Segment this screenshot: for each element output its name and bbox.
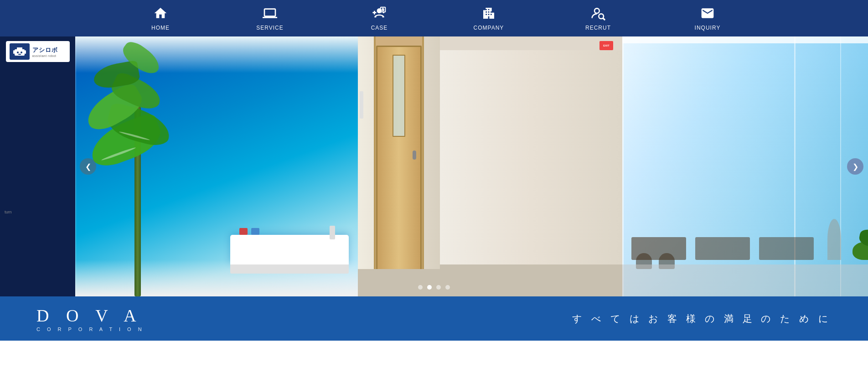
svg-line-6 [603,18,604,19]
nav-inquiry-label: INQUIRY [695,25,721,31]
svg-point-10 [21,52,22,53]
reception-desk [230,235,349,264]
footer-logo-corp: C O R P O R A T I O N [36,327,145,332]
dot-2[interactable] [427,285,432,290]
next-icon: ❯ [852,162,858,171]
nav-recrut[interactable]: RECRUT [543,0,653,36]
dot-3[interactable] [436,285,441,290]
slideshow-dots [418,285,450,290]
svg-point-4 [594,8,599,13]
building-icon [481,6,496,23]
next-arrow[interactable]: ❯ [847,158,863,175]
sidebar: アシロボ assistant robot turn [0,36,75,296]
laptop-icon [263,6,277,23]
svg-rect-12 [13,50,15,54]
slide-4 [622,36,868,296]
case-icon [372,6,387,23]
mail-icon [700,6,715,23]
sidebar-logo-sub: assistant robot [32,54,58,57]
home-icon [153,6,168,23]
sidebar-logo-text: アシロボ [32,46,58,54]
footer-tagline: す べ て は お 客 様 の 満 足 の た め に [572,312,832,325]
nav-service-label: SERVICE [256,25,283,31]
nav-home-label: HOME [151,25,170,31]
nav-case[interactable]: CASE [325,0,434,36]
prev-arrow[interactable]: ❮ [80,158,96,175]
nav-case-label: CASE [371,25,388,31]
footer-banner: D O V A C O R P O R A T I O N す べ て は お … [0,296,868,341]
svg-rect-13 [25,50,26,54]
sidebar-logo[interactable]: アシロボ assistant robot [6,41,70,62]
footer-logo: D O V A C O R P O R A T I O N [36,306,145,332]
footer-logo-name: D O V A [36,306,143,326]
nav-company[interactable]: COMPANY [434,0,543,36]
svg-rect-8 [17,47,22,50]
hero-section: アシロボ assistant robot turn [0,36,868,296]
slideshow: EXIT [75,36,868,296]
slide-3: EXIT [440,36,622,296]
slide-2 [358,36,440,296]
nav-inquiry[interactable]: INQUIRY [653,0,762,36]
dot-4[interactable] [445,285,450,290]
svg-rect-11 [18,54,21,55]
svg-point-9 [17,52,19,53]
sidebar-menu-item[interactable]: turn [5,208,71,216]
nav-company-label: COMPANY [474,25,504,31]
dot-1[interactable] [418,285,423,290]
nav-service[interactable]: SERVICE [215,0,325,36]
main-nav: HOME SERVICE CASE [0,0,868,36]
nav-recrut-label: RECRUT [585,25,611,31]
nav-home[interactable]: HOME [106,0,215,36]
robot-icon [10,43,30,60]
prev-icon: ❮ [85,162,91,171]
sidebar-menu: turn [0,208,75,216]
recrut-icon [591,6,605,23]
slide-1 [75,36,358,296]
